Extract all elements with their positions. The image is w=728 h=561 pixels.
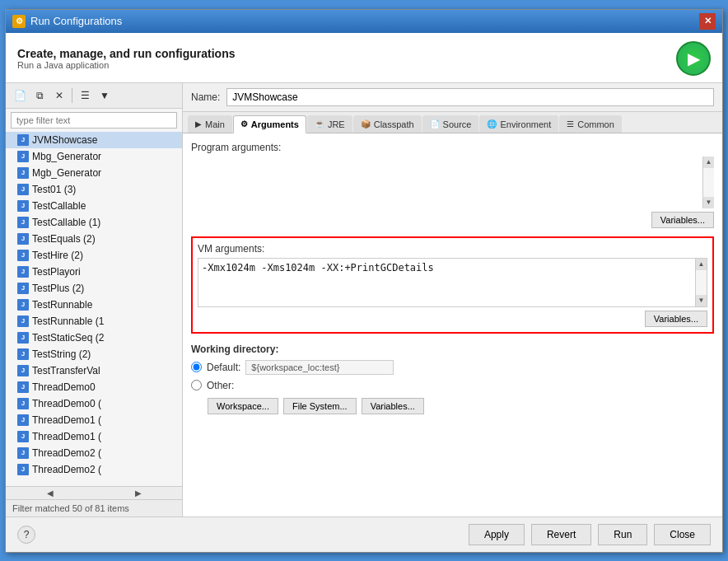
tree-item[interactable]: J TestStaticSeq (2 — [6, 330, 182, 346]
program-args-variables-button[interactable]: Variables... — [651, 212, 714, 228]
scroll-up-button[interactable]: ▲ — [703, 157, 714, 168]
tree-item-label: ThreadDemo1 ( — [32, 414, 101, 426]
tab-classpath[interactable]: 📦 Classpath — [353, 115, 422, 133]
tree-item-label: TestRunnable (1 — [32, 316, 104, 327]
tree-item[interactable]: J Mbg_Generator — [6, 148, 182, 165]
tree-item[interactable]: J TestTransferVal — [6, 362, 182, 379]
java-app-icon: J — [17, 316, 29, 327]
tree-item[interactable]: J TestHire (2) — [6, 247, 182, 264]
tree-item[interactable]: J TestRunnable — [6, 297, 182, 313]
close-window-button[interactable]: ✕ — [699, 13, 716, 30]
tree-item[interactable]: J TestPlus (2) — [6, 280, 182, 297]
apply-button[interactable]: Apply — [469, 524, 525, 545]
classpath-icon: 📦 — [361, 119, 371, 129]
vm-args-buttons: Variables... — [198, 311, 707, 327]
dir-buttons: Workspace... File System... Variables... — [208, 398, 714, 414]
dialog-footer: ? Apply Revert Run Close — [6, 517, 722, 552]
default-radio-label: Default: — [207, 362, 240, 373]
close-button[interactable]: Close — [654, 524, 711, 545]
scroll-right-button[interactable]: ▶ — [94, 487, 182, 499]
scroll-down-button[interactable]: ▼ — [703, 197, 714, 208]
help-button[interactable]: ? — [17, 526, 35, 544]
filter-button[interactable]: ☰ — [76, 86, 94, 105]
java-app-icon: J — [17, 250, 29, 261]
java-app-icon: J — [17, 398, 29, 409]
tab-environment[interactable]: 🌐 Environment — [479, 115, 558, 133]
tree-item-label: ThreadDemo2 ( — [32, 447, 101, 459]
header-heading: Create, manage, and run configurations — [17, 47, 236, 60]
main-icon: ▶ — [195, 119, 202, 129]
tab-arguments[interactable]: ⚙ Arguments — [233, 115, 306, 133]
header-subheading: Run a Java application — [17, 60, 236, 70]
tab-common[interactable]: ☰ Common — [559, 115, 622, 133]
new-config-button[interactable]: 📄 — [11, 86, 29, 105]
tab-source[interactable]: 📄 Source — [422, 115, 479, 133]
tree-item[interactable]: J TestString (2) — [6, 346, 182, 362]
tree-item[interactable]: J TestCallable (1) — [6, 214, 182, 231]
tab-main[interactable]: ▶ Main — [188, 115, 232, 133]
left-toolbar: 📄 ⧉ ✕ ☰ ▼ — [6, 83, 182, 109]
java-app-icon: J — [17, 167, 29, 179]
vm-arguments-section: VM arguments: -Xmx1024m -Xms1024m -XX:+P… — [191, 236, 714, 334]
tree-item[interactable]: J ThreadDemo2 ( — [6, 461, 182, 478]
tree-item-label: TestString (2) — [32, 348, 91, 360]
tree-item[interactable]: J ThreadDemo2 ( — [6, 445, 182, 461]
run-configurations-dialog: ⚙ Run Configurations ✕ Create, manage, a… — [5, 9, 723, 553]
tree-item[interactable]: J ThreadDemo0 ( — [6, 395, 182, 412]
scroll-left-button[interactable]: ◀ — [6, 487, 94, 499]
workspace-button[interactable]: Workspace... — [208, 398, 278, 414]
filter-input[interactable] — [11, 112, 177, 129]
expand-all-button[interactable]: ▼ — [96, 86, 114, 105]
tab-environment-label: Environment — [500, 119, 551, 129]
toolbar-separator — [72, 88, 72, 103]
scroll-up-button[interactable]: ▲ — [696, 259, 707, 270]
tree-item[interactable]: J Mgb_Generator — [6, 165, 182, 181]
tabs-bar: ▶ Main ⚙ Arguments ☕ JRE 📦 Classpath 📄 — [183, 112, 722, 133]
tree-item[interactable]: J TestCallable — [6, 198, 182, 214]
other-radio-label: Other: — [207, 380, 234, 391]
copy-config-button[interactable]: ⧉ — [30, 86, 49, 105]
java-app-icon: J — [17, 200, 29, 212]
vm-args-variables-button[interactable]: Variables... — [645, 311, 707, 327]
default-radio[interactable] — [191, 362, 202, 372]
program-arguments-input[interactable] — [191, 157, 714, 206]
tree-item[interactable]: J ThreadDemo0 — [6, 379, 182, 395]
filter-status: Filter matched 50 of 81 items — [6, 499, 182, 517]
tree-item[interactable]: J TestEquals (2) — [6, 231, 182, 247]
name-input[interactable] — [226, 88, 714, 106]
default-dir-input[interactable] — [245, 360, 394, 375]
scroll-down-button[interactable]: ▼ — [696, 295, 707, 306]
program-args-scrollbar: ▲ ▼ — [702, 157, 714, 208]
java-app-icon: J — [17, 184, 29, 195]
tab-classpath-label: Classpath — [374, 119, 414, 129]
variables-button[interactable]: Variables... — [362, 398, 424, 414]
tree-item[interactable]: J TestRunnable (1 — [6, 313, 182, 330]
java-app-icon: J — [17, 283, 29, 294]
file-system-button[interactable]: File System... — [283, 398, 357, 414]
tree-item[interactable]: J TestPlayori — [6, 264, 182, 280]
header-text: Create, manage, and run configurations R… — [17, 47, 236, 70]
java-app-icon: J — [17, 332, 29, 344]
common-icon: ☰ — [567, 119, 574, 129]
tree-item-label: TestStaticSeq (2 — [32, 332, 104, 344]
tree-item[interactable]: J ThreadDemo1 ( — [6, 412, 182, 428]
vm-arguments-input[interactable]: -Xmx1024m -Xms1024m -XX:+PrintGCDetails — [198, 259, 707, 306]
tree-item-label: JVMShowcase — [32, 134, 97, 146]
footer-left: ? — [17, 526, 35, 544]
delete-config-button[interactable]: ✕ — [50, 86, 68, 105]
dialog-header: Create, manage, and run configurations R… — [6, 33, 722, 83]
java-app-icon: J — [17, 151, 29, 162]
app-icon: ⚙ — [12, 15, 26, 28]
tree-item[interactable]: J ThreadDemo1 ( — [6, 428, 182, 445]
run-button[interactable]: Run — [598, 524, 647, 545]
run-icon: ▶ — [676, 41, 711, 76]
tree-item-label: Mgb_Generator — [32, 167, 101, 179]
tree-item[interactable]: J Test01 (3) — [6, 181, 182, 198]
arguments-icon: ⚙ — [240, 119, 248, 129]
tab-jre[interactable]: ☕ JRE — [307, 115, 352, 133]
revert-button[interactable]: Revert — [531, 524, 591, 545]
tree-item[interactable]: J JVMShowcase — [6, 132, 182, 148]
tree-item-label: TestCallable (1) — [32, 217, 100, 228]
tab-source-label: Source — [443, 119, 472, 129]
other-radio[interactable] — [191, 380, 202, 390]
